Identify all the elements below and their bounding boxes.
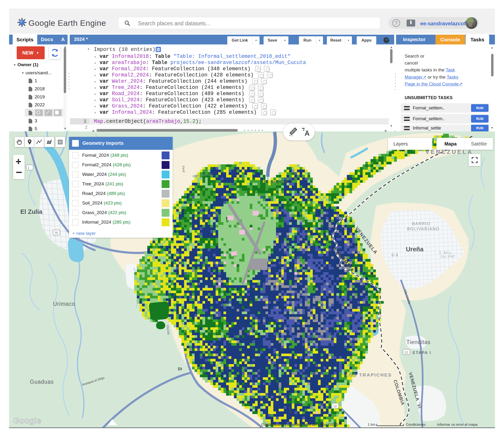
svg-text:DI: DI [178, 367, 182, 371]
svg-text:70: 70 [54, 231, 58, 235]
svg-text:Ureña: Ureña [406, 246, 423, 253]
svg-text:BARRIO: BARRIO [412, 222, 431, 226]
svg-text:12: 12 [333, 404, 337, 408]
svg-text:ETAPA I: ETAPA I [413, 351, 431, 355]
svg-text:Condiciones: Condiciones [406, 422, 426, 427]
svg-text:C-3: C-3 [392, 253, 398, 257]
svg-text:Informar un error el mapa: Informar un error el mapa [437, 422, 478, 427]
svg-text:Guaduas: Guaduas [30, 379, 54, 385]
svg-text:C. BALL.: C. BALL. [439, 251, 453, 254]
svg-text:CAL IFNT: CAL IFNT [441, 255, 455, 258]
svg-text:EL SALADO: EL SALADO [264, 180, 288, 184]
svg-text:12: 12 [405, 351, 408, 354]
svg-text:Google: Google [13, 416, 41, 425]
svg-text:Combinaciones de teclas: Combinaciones de teclas [261, 422, 301, 427]
svg-text:Datos del mapa ©2025: Datos del mapa ©2025 [302, 422, 338, 427]
svg-text:1: 1 [28, 166, 29, 170]
svg-text:El Zulia: El Zulia [20, 208, 43, 215]
svg-text:1 km: 1 km [368, 422, 376, 427]
svg-text:LOS TRAPICHES: LOS TRAPICHES [346, 372, 392, 378]
svg-text:Tienditas: Tienditas [406, 339, 431, 345]
svg-text:Urimaco: Urimaco [53, 301, 75, 307]
svg-text:BOLIVARIANO: BOLIVARIANO [407, 227, 440, 231]
